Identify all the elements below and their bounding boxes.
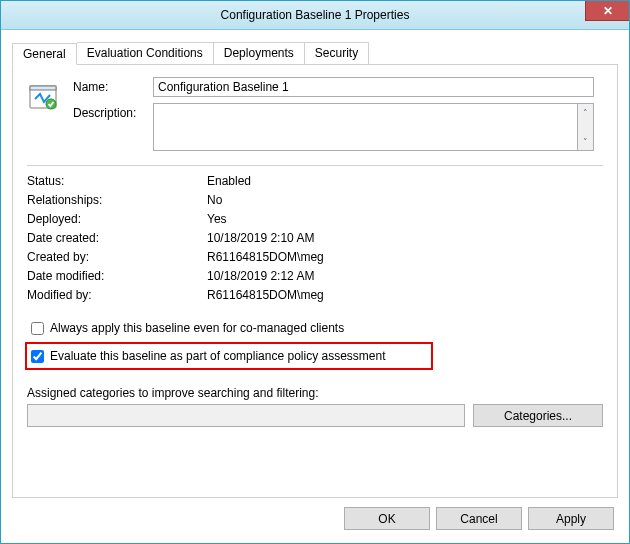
scroll-up-icon[interactable]: ˄ — [578, 104, 593, 121]
close-icon: ✕ — [603, 4, 613, 18]
baseline-icon — [27, 81, 59, 113]
created-by-label: Created by: — [27, 250, 207, 264]
tab-panel-general: Name: Description: ˄ — [12, 64, 618, 498]
tab-deployments[interactable]: Deployments — [214, 42, 305, 64]
scroll-down-icon[interactable]: ˅ — [578, 133, 593, 150]
client-area: General Evaluation Conditions Deployment… — [2, 30, 628, 542]
tab-security[interactable]: Security — [305, 42, 369, 64]
tab-general[interactable]: General — [12, 43, 77, 65]
modified-by-value: R61164815DOM\meg — [207, 288, 603, 302]
svg-rect-1 — [30, 86, 56, 90]
date-created-label: Date created: — [27, 231, 207, 245]
created-by-value: R61164815DOM\meg — [207, 250, 603, 264]
evaluate-compliance-checkbox[interactable] — [31, 350, 44, 363]
relationships-value: No — [207, 193, 603, 207]
status-value: Enabled — [207, 174, 603, 188]
evaluate-compliance-label: Evaluate this baseline as part of compli… — [50, 349, 386, 363]
ok-button[interactable]: OK — [344, 507, 430, 530]
evaluate-compliance-row: Evaluate this baseline as part of compli… — [27, 346, 427, 366]
always-apply-label: Always apply this baseline even for co-m… — [50, 321, 344, 335]
dialog-window: Configuration Baseline 1 Properties ✕ Ge… — [0, 0, 630, 544]
relationships-label: Relationships: — [27, 193, 207, 207]
date-modified-value: 10/18/2019 2:12 AM — [207, 269, 603, 283]
name-label: Name: — [73, 77, 153, 97]
name-input[interactable] — [153, 77, 594, 97]
dialog-buttons: OK Cancel Apply — [344, 507, 614, 530]
close-button[interactable]: ✕ — [585, 1, 629, 21]
apply-button[interactable]: Apply — [528, 507, 614, 530]
deployed-label: Deployed: — [27, 212, 207, 226]
tab-evaluation-conditions[interactable]: Evaluation Conditions — [77, 42, 214, 64]
titlebar: Configuration Baseline 1 Properties ✕ — [1, 1, 629, 30]
description-textarea[interactable] — [153, 103, 577, 151]
separator — [27, 165, 603, 166]
cancel-button[interactable]: Cancel — [436, 507, 522, 530]
info-grid: Status: Enabled Relationships: No Deploy… — [27, 174, 603, 302]
status-label: Status: — [27, 174, 207, 188]
categories-field — [27, 404, 465, 427]
window-title: Configuration Baseline 1 Properties — [1, 8, 629, 22]
date-created-value: 10/18/2019 2:10 AM — [207, 231, 603, 245]
tabstrip: General Evaluation Conditions Deployment… — [12, 42, 618, 65]
highlighted-option: Evaluate this baseline as part of compli… — [25, 342, 433, 370]
description-scrollbar[interactable]: ˄ ˅ — [577, 103, 594, 151]
deployed-value: Yes — [207, 212, 603, 226]
always-apply-checkbox[interactable] — [31, 322, 44, 335]
categories-button[interactable]: Categories... — [473, 404, 603, 427]
always-apply-row: Always apply this baseline even for co-m… — [27, 318, 603, 338]
description-label: Description: — [73, 103, 153, 151]
modified-by-label: Modified by: — [27, 288, 207, 302]
categories-label: Assigned categories to improve searching… — [27, 386, 603, 400]
date-modified-label: Date modified: — [27, 269, 207, 283]
